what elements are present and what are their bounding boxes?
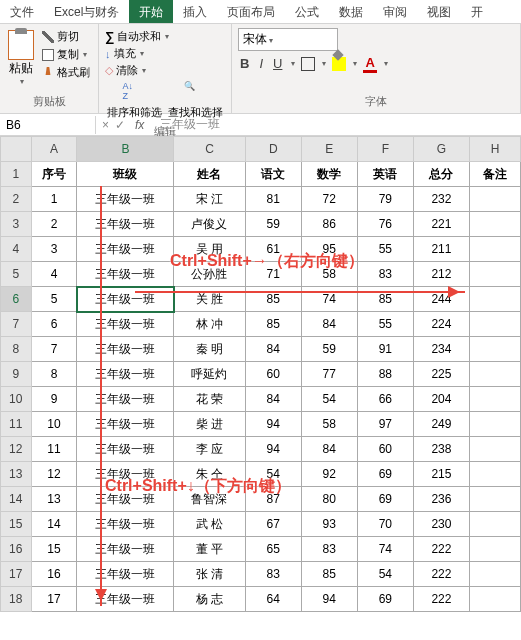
row-header-13[interactable]: 13 <box>1 462 32 487</box>
cell-D18[interactable]: 64 <box>245 587 301 612</box>
cell-H14[interactable] <box>469 487 520 512</box>
cell-E18[interactable]: 94 <box>301 587 357 612</box>
cell-D8[interactable]: 84 <box>245 337 301 362</box>
cell-C7[interactable]: 林 冲 <box>174 312 245 337</box>
cell-G8[interactable]: 234 <box>413 337 469 362</box>
cell-C5[interactable]: 公孙胜 <box>174 262 245 287</box>
row-header-17[interactable]: 17 <box>1 562 32 587</box>
cell-F9[interactable]: 88 <box>357 362 413 387</box>
cell-D3[interactable]: 59 <box>245 212 301 237</box>
fx-icon[interactable]: fx <box>131 118 148 132</box>
cell-G15[interactable]: 230 <box>413 512 469 537</box>
row-header-12[interactable]: 12 <box>1 437 32 462</box>
cell-A18[interactable]: 17 <box>31 587 77 612</box>
cell-H7[interactable] <box>469 312 520 337</box>
cell-D4[interactable]: 61 <box>245 237 301 262</box>
col-header-B[interactable]: B <box>77 137 174 162</box>
tab-5[interactable]: 公式 <box>285 0 329 23</box>
cell-F14[interactable]: 69 <box>357 487 413 512</box>
cell-B3[interactable]: 三年级一班 <box>77 212 174 237</box>
cell-F8[interactable]: 91 <box>357 337 413 362</box>
fill-color-button[interactable] <box>332 57 346 71</box>
cell-G17[interactable]: 222 <box>413 562 469 587</box>
cell-D10[interactable]: 84 <box>245 387 301 412</box>
cell-C8[interactable]: 秦 明 <box>174 337 245 362</box>
cell-E2[interactable]: 72 <box>301 187 357 212</box>
header-cell[interactable]: 备注 <box>469 162 520 187</box>
cell-B5[interactable]: 三年级一班 <box>77 262 174 287</box>
cell-F12[interactable]: 60 <box>357 437 413 462</box>
cell-D2[interactable]: 81 <box>245 187 301 212</box>
header-cell[interactable]: 总分 <box>413 162 469 187</box>
tab-6[interactable]: 数据 <box>329 0 373 23</box>
col-header-E[interactable]: E <box>301 137 357 162</box>
font-name-select[interactable]: 宋体▾ <box>238 28 338 51</box>
cell-D5[interactable]: 71 <box>245 262 301 287</box>
autosum-button[interactable]: ∑自动求和▾ <box>105 28 225 45</box>
cell-C2[interactable]: 宋 江 <box>174 187 245 212</box>
header-cell[interactable]: 英语 <box>357 162 413 187</box>
cell-F7[interactable]: 55 <box>357 312 413 337</box>
cell-D15[interactable]: 67 <box>245 512 301 537</box>
cell-B7[interactable]: 三年级一班 <box>77 312 174 337</box>
underline-button[interactable]: U <box>271 54 284 73</box>
clear-button[interactable]: ◇清除▾ <box>105 62 225 79</box>
col-header-D[interactable]: D <box>245 137 301 162</box>
tab-3[interactable]: 插入 <box>173 0 217 23</box>
cell-E17[interactable]: 85 <box>301 562 357 587</box>
cell-A15[interactable]: 14 <box>31 512 77 537</box>
row-header-5[interactable]: 5 <box>1 262 32 287</box>
formula-bar[interactable]: 三年级一班 <box>154 114 521 135</box>
cell-F16[interactable]: 74 <box>357 537 413 562</box>
paste-button[interactable]: 粘贴 ▾ <box>6 28 36 88</box>
cell-H4[interactable] <box>469 237 520 262</box>
row-header-7[interactable]: 7 <box>1 312 32 337</box>
cell-A6[interactable]: 5 <box>31 287 77 312</box>
cell-C4[interactable]: 吴 用 <box>174 237 245 262</box>
cell-A12[interactable]: 11 <box>31 437 77 462</box>
cell-C15[interactable]: 武 松 <box>174 512 245 537</box>
cell-F4[interactable]: 55 <box>357 237 413 262</box>
row-header-18[interactable]: 18 <box>1 587 32 612</box>
cell-G11[interactable]: 249 <box>413 412 469 437</box>
cell-G5[interactable]: 212 <box>413 262 469 287</box>
cell-C16[interactable]: 董 平 <box>174 537 245 562</box>
cell-G3[interactable]: 221 <box>413 212 469 237</box>
tab-4[interactable]: 页面布局 <box>217 0 285 23</box>
cell-E10[interactable]: 54 <box>301 387 357 412</box>
cell-C12[interactable]: 李 应 <box>174 437 245 462</box>
copy-button[interactable]: 复制▾ <box>40 46 92 63</box>
cell-G18[interactable]: 222 <box>413 587 469 612</box>
cell-D14[interactable]: 87 <box>245 487 301 512</box>
tab-1[interactable]: Excel与财务 <box>44 0 129 23</box>
cell-B16[interactable]: 三年级一班 <box>77 537 174 562</box>
italic-button[interactable]: I <box>257 54 265 73</box>
cell-G7[interactable]: 224 <box>413 312 469 337</box>
border-button[interactable] <box>301 57 315 71</box>
cell-E14[interactable]: 80 <box>301 487 357 512</box>
cell-F11[interactable]: 97 <box>357 412 413 437</box>
cell-D16[interactable]: 65 <box>245 537 301 562</box>
cell-G6[interactable]: 244 <box>413 287 469 312</box>
cell-C10[interactable]: 花 荣 <box>174 387 245 412</box>
cell-B18[interactable]: 三年级一班 <box>77 587 174 612</box>
row-header-3[interactable]: 3 <box>1 212 32 237</box>
cell-D11[interactable]: 94 <box>245 412 301 437</box>
cell-F2[interactable]: 79 <box>357 187 413 212</box>
cell-C14[interactable]: 鲁智深 <box>174 487 245 512</box>
cell-D17[interactable]: 83 <box>245 562 301 587</box>
cell-E11[interactable]: 58 <box>301 412 357 437</box>
row-header-14[interactable]: 14 <box>1 487 32 512</box>
cell-B10[interactable]: 三年级一班 <box>77 387 174 412</box>
cell-A14[interactable]: 13 <box>31 487 77 512</box>
cell-A5[interactable]: 4 <box>31 262 77 287</box>
cell-F13[interactable]: 69 <box>357 462 413 487</box>
cell-E15[interactable]: 93 <box>301 512 357 537</box>
header-cell[interactable]: 序号 <box>31 162 77 187</box>
spreadsheet-grid[interactable]: ABCDEFGH1序号班级姓名语文数学英语总分备注21三年级一班宋 江81727… <box>0 136 521 612</box>
cell-H16[interactable] <box>469 537 520 562</box>
cell-A3[interactable]: 2 <box>31 212 77 237</box>
row-header-8[interactable]: 8 <box>1 337 32 362</box>
cell-G9[interactable]: 225 <box>413 362 469 387</box>
accept-formula-icon[interactable]: ✓ <box>115 118 125 132</box>
